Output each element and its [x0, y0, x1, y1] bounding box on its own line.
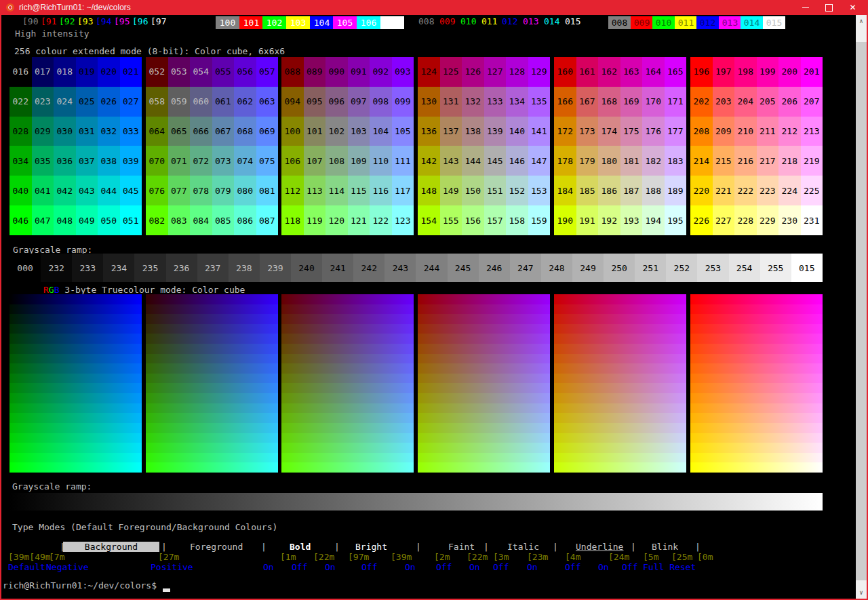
- cube-cell: 052: [146, 57, 168, 87]
- maximize-button[interactable]: [817, 0, 841, 15]
- truecolor-row: [9, 383, 142, 393]
- truecolor-row: [281, 393, 414, 403]
- escape-code-label: [27m: [158, 552, 179, 562]
- cube-cell: 100: [281, 117, 304, 146]
- truecolor-row: [690, 403, 823, 414]
- cube-cell: 068: [234, 117, 256, 146]
- scrollbar[interactable]: ∧ ∨: [856, 15, 867, 599]
- cube-cell: 219: [801, 146, 823, 176]
- scrollbar-thumb[interactable]: [856, 42, 867, 580]
- mode-header: |: [334, 542, 340, 552]
- truecolor-row: [418, 443, 550, 453]
- truecolor-row: [690, 423, 823, 433]
- minimize-button[interactable]: [793, 0, 817, 15]
- cube-cell: 211: [757, 117, 779, 146]
- escape-code-label: [22m: [467, 552, 488, 562]
- escape-code-label: [23m: [527, 552, 548, 562]
- cube-cell: 155: [440, 205, 462, 235]
- scroll-down-button[interactable]: ∨: [856, 586, 867, 599]
- rgb-letter: R: [43, 285, 49, 295]
- truecolor-row: [554, 334, 686, 344]
- cube-cell: 084: [190, 205, 212, 235]
- truecolor-row: [690, 334, 823, 344]
- truecolor-row: [418, 354, 550, 364]
- type-modes-title: Type Modes (Default Foreground/Backgroun…: [12, 522, 277, 532]
- grayscale-cell: 244: [416, 254, 447, 282]
- cube-cell: 116: [370, 176, 392, 205]
- cube-cell: 122: [370, 205, 392, 235]
- cube-cell: 042: [54, 176, 76, 205]
- cube-cell: 031: [76, 117, 98, 146]
- scroll-up-button[interactable]: ∧: [856, 15, 867, 27]
- cube-cell: 176: [642, 117, 665, 146]
- cube-cell: 092: [370, 57, 392, 87]
- grayscale-cell: 233: [72, 254, 103, 282]
- cube-cell: 142: [418, 146, 440, 176]
- cube-cell: 221: [713, 176, 735, 205]
- truecolor-row: [281, 363, 414, 374]
- palette-fg-label: 009: [439, 16, 455, 26]
- cube-cell: 112: [281, 176, 304, 205]
- type-modes-states: DefaultNegativePositiveOnOffOnOffOnOffOn…: [0, 562, 868, 572]
- cube-cell: 107: [304, 146, 326, 176]
- cube-cell: 184: [554, 176, 576, 205]
- titlebar[interactable]: rich@RichTurn01: ~/dev/colors ✕: [0, 0, 868, 15]
- cube-cell: 043: [76, 176, 98, 205]
- cube-cell: 094: [281, 87, 304, 117]
- cube-block: 0520530540550560570580590600610620630640…: [146, 57, 278, 235]
- cube-cell: 201: [801, 57, 823, 87]
- grayscale-cell: 015: [791, 254, 823, 282]
- cube-cell: 109: [348, 146, 370, 176]
- escape-code-label: [25m: [671, 552, 692, 562]
- truecolor-row: [9, 413, 142, 423]
- cube-cell: 134: [506, 87, 528, 117]
- escape-code-label: [97m: [348, 552, 369, 562]
- cube-cell: 047: [32, 205, 54, 235]
- truecolor-row: [418, 453, 550, 463]
- palette-fg-label: 011: [481, 16, 497, 26]
- bright-bg-swatch: 107: [380, 16, 404, 29]
- cube-cell: 141: [528, 117, 551, 146]
- scroll-up-icon: ∧: [859, 18, 863, 24]
- cursor: [163, 588, 170, 592]
- truecolor-block: [281, 294, 414, 473]
- cube-cell: 172: [554, 117, 576, 146]
- cube-cell: 033: [120, 117, 142, 146]
- truecolor-row: [9, 334, 142, 344]
- cube-cell: 028: [9, 117, 32, 146]
- cube-cell: 200: [778, 57, 801, 87]
- truecolor-row: [281, 383, 414, 393]
- truecolor-row: [281, 462, 414, 473]
- cube-cell: 215: [713, 146, 735, 176]
- close-button[interactable]: ✕: [841, 0, 865, 15]
- cube-cell: 066: [190, 117, 212, 146]
- grayscale-cell: 237: [197, 254, 229, 282]
- cube-cell: 104: [370, 117, 392, 146]
- truecolor-row: [146, 334, 278, 344]
- cube-cell: 138: [462, 117, 484, 146]
- truecolor-row: [690, 314, 823, 324]
- cube-cell: 056: [234, 57, 256, 87]
- cube-cell: 224: [778, 176, 801, 205]
- mode-state-label: On: [405, 562, 416, 572]
- cube-cell: 020: [98, 57, 120, 87]
- cube-cell: 060: [190, 87, 212, 117]
- cube-cell: 098: [370, 87, 392, 117]
- mode-state-label: On: [598, 562, 609, 572]
- mode-header: Foreground: [190, 542, 243, 552]
- mode-state-label: Off: [493, 562, 509, 572]
- escape-code-label: [22m: [313, 552, 334, 562]
- truecolor-grayscale-ramp: [9, 493, 823, 511]
- grayscale-cell: 253: [697, 254, 728, 282]
- bright-fg-code-label: [96: [132, 16, 148, 26]
- truecolor-row: [146, 423, 278, 433]
- cube-cell: 096: [326, 87, 348, 117]
- truecolor-row: [9, 433, 142, 443]
- cube-cell: 077: [168, 176, 191, 205]
- truecolor-row: [281, 324, 414, 334]
- grayscale-cell: 238: [229, 254, 260, 282]
- mode-state-label: On: [469, 562, 480, 572]
- cube-cell: 089: [304, 57, 326, 87]
- cube-cell: 175: [620, 117, 643, 146]
- cube-cell: 208: [690, 117, 713, 146]
